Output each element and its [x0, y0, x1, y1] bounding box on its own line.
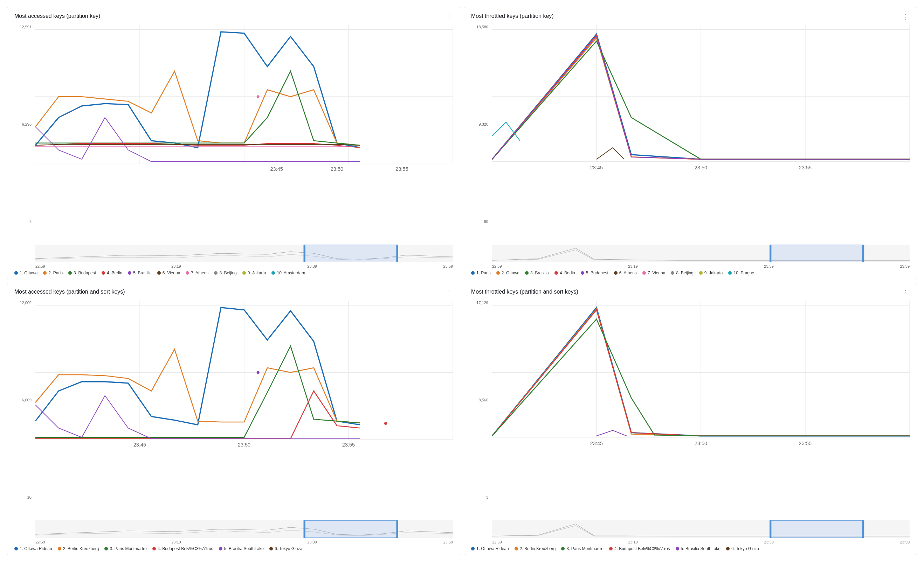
legend-dot-berlin: [102, 271, 105, 275]
panel-bottom-right-chart-area: 17,129 8,566 3: [471, 300, 910, 551]
panel-bottom-left-header: Most accessed keys (partition and sort k…: [14, 289, 453, 296]
panel-top-left-menu[interactable]: ⋮: [446, 13, 453, 21]
legend-item-tr-vienna: 7. Vienna: [642, 271, 666, 275]
svg-text:23:45: 23:45: [134, 442, 146, 448]
svg-point-37: [384, 422, 387, 425]
svg-rect-43: [304, 520, 305, 538]
panel-top-left-header: Most accessed keys (partition key) ⋮: [14, 13, 453, 21]
legend-dot-bl-tokyo: [269, 547, 273, 550]
svg-text:23:50: 23:50: [694, 165, 707, 170]
legend-top-right: 1. Paris 2. Ottawa 3. Brasilia 4. Berlin: [471, 271, 910, 275]
legend-dot-jakarta: [242, 271, 246, 275]
y-axis-bottom-left: 12,009 6,009 10: [14, 300, 34, 499]
panel-bottom-left-menu[interactable]: ⋮: [446, 289, 453, 296]
legend-item-br-berlin: 2. Berlin Kreuzberg: [514, 546, 556, 551]
legend-dot-brasilia: [128, 271, 131, 275]
y-axis-top-right: 18,580 9,320 60: [471, 25, 490, 224]
legend-item-tr-ottawa: 2. Ottawa: [496, 271, 519, 275]
legend-dot-bl-budapest: [152, 547, 156, 550]
legend-dot-tr-beijing: [671, 271, 674, 275]
panel-bottom-left-chart-area: 12,009 6,009 10: [14, 300, 453, 551]
svg-text:23:45: 23:45: [590, 441, 603, 446]
svg-text:23:45: 23:45: [270, 166, 283, 172]
svg-rect-28: [862, 245, 864, 262]
legend-dot-tr-budapest: [581, 271, 584, 275]
main-chart-bottom-left: 23:45 23:50 23:55: [35, 300, 453, 450]
panel-bottom-right-header: Most throttled keys (partition and sort …: [471, 289, 910, 296]
legend-dot-br-ottawa: [471, 547, 475, 550]
legend-item-tr-beijing: 8. Beijing: [671, 271, 693, 275]
legend-item-tr-brasilia: 3. Brasilia: [525, 271, 549, 275]
legend-dot-bl-paris: [104, 547, 108, 550]
svg-point-36: [257, 371, 260, 374]
svg-text:23:50: 23:50: [331, 166, 343, 172]
legend-item-br-brasilia: 5. Brasilia SouthLake: [676, 546, 720, 551]
legend-dot-tr-athens: [614, 271, 618, 275]
y-axis-top-left: 12,591 6,296 2: [14, 25, 34, 224]
panel-bottom-right-menu[interactable]: ⋮: [903, 289, 910, 296]
legend-dot-budapest: [68, 271, 72, 275]
legend-dot-bl-brasilia: [219, 547, 222, 550]
mini-chart-bottom-right[interactable]: [492, 520, 910, 538]
mini-chart-top-left[interactable]: [35, 245, 453, 262]
legend-dot-bl-ottawa: [14, 547, 18, 550]
svg-rect-12: [304, 245, 397, 262]
legend-item-tr-berlin: 4. Berlin: [555, 271, 575, 275]
legend-item-br-ottawa: 1. Ottawa Rideau: [471, 546, 509, 551]
svg-text:23:55: 23:55: [799, 165, 812, 170]
legend-bottom-right: 1. Ottawa Rideau 2. Berlin Kreuzberg 3. …: [471, 546, 910, 551]
svg-rect-44: [396, 520, 398, 538]
legend-dot-tr-ottawa: [496, 271, 500, 275]
panel-top-right-title: Most throttled keys (partition key): [471, 13, 554, 19]
svg-rect-42: [304, 520, 397, 538]
legend-dot-tr-jakarta: [699, 271, 703, 275]
svg-point-7: [257, 95, 260, 98]
legend-dot-tr-prague: [728, 271, 732, 275]
legend-item-br-budapest: 4. Budapest Belv%C3%A1ros: [609, 546, 670, 551]
legend-item-amsterdam: 10. Amsterdam: [272, 271, 305, 275]
legend-item-vienna: 6. Vienna: [157, 271, 180, 275]
legend-item-beijing: 8. Beijing: [214, 271, 236, 275]
dashboard: Most accessed keys (partition key) ⋮ 12,…: [0, 0, 924, 562]
legend-dot-amsterdam: [272, 271, 275, 275]
panel-bottom-right: Most throttled keys (partition and sort …: [464, 283, 917, 555]
svg-text:23:50: 23:50: [238, 442, 250, 448]
svg-rect-57: [770, 520, 771, 538]
legend-item-tr-paris: 1. Paris: [471, 271, 491, 275]
legend-dot-athens: [186, 271, 189, 275]
legend-dot-tr-berlin: [555, 271, 558, 275]
svg-text:23:55: 23:55: [342, 442, 355, 448]
mini-chart-bottom-left[interactable]: [35, 520, 453, 538]
svg-rect-14: [396, 245, 398, 262]
main-chart-top-left: 23:45 23:50 23:55: [35, 25, 453, 174]
legend-bottom-left: 1. Ottawa Rideau 2. Berlin Kreuzberg 3. …: [14, 546, 453, 551]
legend-item-tr-prague: 10. Prague: [728, 271, 754, 275]
svg-text:23:55: 23:55: [799, 441, 812, 446]
panel-top-right-chart-area: 18,580 9,320 60: [471, 25, 910, 275]
x-axis-bottom-right: 22:59 23:19 23:39 23:59: [492, 539, 910, 544]
legend-dot-br-berlin: [514, 547, 518, 550]
panel-top-right-menu[interactable]: ⋮: [903, 13, 910, 21]
legend-dot-br-tokyo: [726, 547, 730, 550]
mini-chart-top-right[interactable]: [492, 245, 910, 262]
legend-item-tr-athens: 6. Athens: [614, 271, 637, 275]
legend-dot-ottawa: [14, 271, 18, 275]
legend-item-berlin: 4. Berlin: [102, 271, 122, 275]
panel-top-left-title: Most accessed keys (partition key): [14, 13, 100, 19]
legend-dot-paris: [43, 271, 46, 275]
svg-text:23:50: 23:50: [694, 441, 707, 446]
legend-item-jakarta: 9. Jakarta: [242, 271, 266, 275]
legend-dot-bl-berlin: [58, 547, 61, 550]
svg-rect-13: [304, 245, 305, 262]
legend-dot-br-paris: [561, 547, 565, 550]
legend-item-bl-brasilia: 5. Brasilia SouthLake: [219, 546, 264, 551]
legend-dot-beijing: [214, 271, 218, 275]
legend-item-tr-jakarta: 9. Jakarta: [699, 271, 723, 275]
panel-top-right: Most throttled keys (partition key) ⋮ 18…: [464, 7, 917, 279]
x-axis-top-right: 22:59 23:19 23:39 23:59: [492, 263, 910, 268]
svg-rect-58: [862, 520, 864, 538]
legend-item-brasilia: 5. Brasilia: [128, 271, 152, 275]
panel-bottom-left-title: Most accessed keys (partition and sort k…: [14, 289, 125, 295]
panel-top-right-header: Most throttled keys (partition key) ⋮: [471, 13, 910, 21]
svg-rect-26: [771, 245, 863, 262]
